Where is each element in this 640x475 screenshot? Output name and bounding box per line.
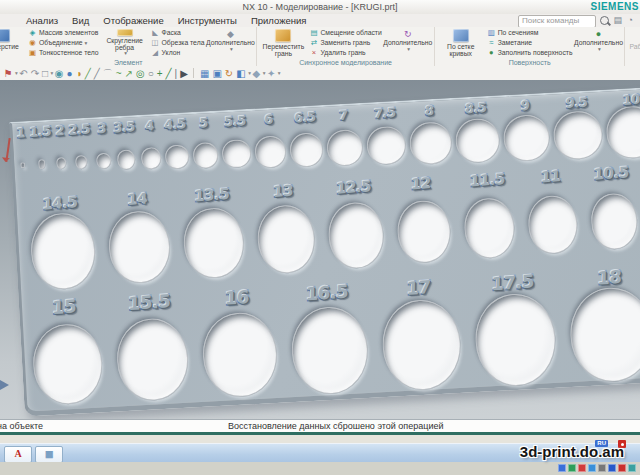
taskbar-button-acad[interactable]: A: [4, 446, 32, 463]
ribbon-button-shell[interactable]: ▣Тонкостенное тело: [28, 48, 99, 57]
hole-size-label[interactable]: 16: [225, 286, 249, 310]
refresh-view-icon[interactable]: ↻: [225, 67, 233, 80]
line-icon[interactable]: ╱: [85, 67, 91, 80]
menu-item-4[interactable]: Приложения: [251, 14, 307, 27]
ribbon-button-trim-body[interactable]: ◫Обрезка тела: [151, 38, 205, 47]
cursor-icon[interactable]: ▶: [180, 67, 188, 80]
gauge-hole[interactable]: [254, 135, 287, 168]
ribbon-button-delete-face[interactable]: ×Удалить грань: [309, 48, 381, 57]
gauge-hole[interactable]: [31, 323, 104, 406]
ribbon-button-replace-face[interactable]: ⇄Заменить грань: [309, 38, 381, 47]
gauge-hole[interactable]: [165, 144, 189, 169]
ribbon-button-hole[interactable]: Отверстие: [0, 28, 25, 57]
taskbar-button-doc[interactable]: ▦: [35, 446, 63, 463]
gauge-hole[interactable]: [409, 121, 453, 165]
hole-size-label[interactable]: 4: [145, 118, 154, 134]
gauge-hole[interactable]: [140, 147, 162, 170]
hole-size-label[interactable]: 3: [98, 121, 107, 137]
gauge-hole[interactable]: [289, 132, 324, 168]
ribbon-button-draft[interactable]: ◢Уклон: [151, 48, 205, 57]
ribbon-button-window-work[interactable]: Работа в окне: [628, 28, 640, 57]
hole-size-label[interactable]: 5.5: [224, 113, 246, 130]
spline-icon[interactable]: ~: [116, 67, 122, 80]
hole-size-label[interactable]: 14.5: [43, 193, 78, 214]
hole-size-label[interactable]: 1.5: [29, 124, 51, 141]
menu-item-1[interactable]: Вид: [72, 14, 89, 27]
circle-center-snap-icon[interactable]: ◎: [136, 67, 145, 80]
gauge-hole[interactable]: [380, 298, 463, 392]
ribbon-button-chamfer[interactable]: ◣Фаска: [151, 28, 205, 37]
ribbon-button-through-curves[interactable]: ▥По сечениям: [487, 28, 573, 37]
gauge-hole[interactable]: [454, 118, 500, 164]
hole-size-label[interactable]: 8.5: [465, 100, 487, 117]
view-cube-icon[interactable]: ◆: [252, 67, 260, 80]
hole-size-label[interactable]: 18: [597, 266, 621, 290]
help-icon[interactable]: ◔: [628, 15, 633, 26]
tray-icon-1[interactable]: [568, 464, 576, 472]
midpoint-snap-icon[interactable]: |: [175, 67, 178, 80]
ribbon-more-button[interactable]: ●Дополнительно▾: [575, 28, 621, 57]
ribbon-button-edge-blend[interactable]: Скругление ребра▾: [102, 28, 148, 57]
gauge-hole[interactable]: [366, 125, 407, 166]
history-icon[interactable]: ▤: [613, 15, 622, 26]
undo-icon[interactable]: ↶: [19, 67, 27, 80]
ribbon-button-move-face[interactable]: Переместить грань: [260, 28, 306, 57]
csys-marker[interactable]: [0, 380, 9, 390]
hole-size-label[interactable]: 12.5: [336, 177, 371, 198]
hole-size-label[interactable]: 8: [425, 103, 434, 119]
tray-icon-4[interactable]: [598, 464, 606, 472]
gauge-hole[interactable]: [182, 206, 245, 279]
gauge-hole[interactable]: [527, 195, 578, 255]
gauge-hole[interactable]: [20, 162, 25, 169]
gauge-hole[interactable]: [115, 317, 191, 403]
selection-filter-icon[interactable]: ⚑: [4, 67, 13, 80]
hole-size-label[interactable]: 6: [264, 112, 273, 128]
ribbon-button-curve-mesh[interactable]: По сетке кривых: [438, 28, 484, 57]
hole-size-label[interactable]: 14: [127, 189, 147, 208]
gauge-hole[interactable]: [553, 110, 605, 161]
gauge-hole[interactable]: [107, 209, 172, 285]
tray-icon-7[interactable]: [628, 464, 636, 472]
ribbon-more-button[interactable]: ◆Дополнительно▾: [207, 28, 253, 57]
tray-icon-3[interactable]: [588, 464, 596, 472]
plus-snap-icon[interactable]: +: [157, 67, 163, 80]
gauge-hole[interactable]: [29, 212, 97, 291]
gauge-hole[interactable]: [56, 157, 67, 169]
shaded-sphere-icon[interactable]: ●: [67, 67, 73, 80]
hole-size-label[interactable]: 16.5: [305, 281, 348, 306]
hole-size-label[interactable]: 5: [199, 115, 208, 131]
grid-view-icon[interactable]: ▦: [200, 67, 209, 80]
gauge-hole[interactable]: [117, 150, 136, 170]
menu-item-0[interactable]: Анализ: [26, 14, 58, 27]
tray-icon-2[interactable]: [578, 464, 586, 472]
hole-size-label[interactable]: 9.5: [566, 94, 588, 111]
gauge-hole[interactable]: [256, 204, 317, 275]
point-snap-icon[interactable]: ↗: [125, 67, 133, 80]
hole-size-label[interactable]: 12: [411, 174, 431, 193]
hole-size-label[interactable]: 13: [273, 182, 293, 201]
hole-size-label[interactable]: 4.5: [164, 116, 186, 133]
magic-icon[interactable]: ✦: [267, 67, 275, 80]
gauge-hole[interactable]: [38, 159, 46, 169]
menu-item-2[interactable]: Отображение: [103, 14, 163, 27]
hole-size-label[interactable]: 2: [55, 123, 64, 139]
hole-size-label[interactable]: 7.5: [374, 105, 396, 122]
ribbon-button-offset-region[interactable]: ▤Смещение области: [309, 28, 381, 37]
hole-size-label[interactable]: 10.5: [594, 163, 629, 184]
gauge-hole[interactable]: [590, 193, 639, 251]
ribbon-button-unite[interactable]: ◉Объединение▾: [28, 38, 99, 47]
render-style-icon[interactable]: ◧: [236, 67, 245, 80]
gauge-hole[interactable]: [502, 114, 551, 163]
tray-icon-0[interactable]: [558, 464, 566, 472]
gauge-hole[interactable]: [568, 286, 640, 384]
search-icon[interactable]: [600, 16, 609, 25]
hole-size-label[interactable]: 10: [622, 92, 639, 108]
hole-size-label[interactable]: 11.5: [469, 170, 504, 191]
ribbon-button-swept[interactable]: ≈Заметание: [487, 38, 573, 47]
hole-size-label[interactable]: 17.5: [491, 270, 534, 295]
gauge-hole[interactable]: [473, 292, 558, 388]
circle-snap-icon[interactable]: ○: [148, 67, 154, 80]
graphics-viewport[interactable]: 11.522.533.544.555.566.577.588.599.51014…: [0, 80, 640, 419]
hole-size-label[interactable]: 13.5: [194, 185, 229, 206]
marquee-select-icon[interactable]: □: [42, 67, 48, 80]
